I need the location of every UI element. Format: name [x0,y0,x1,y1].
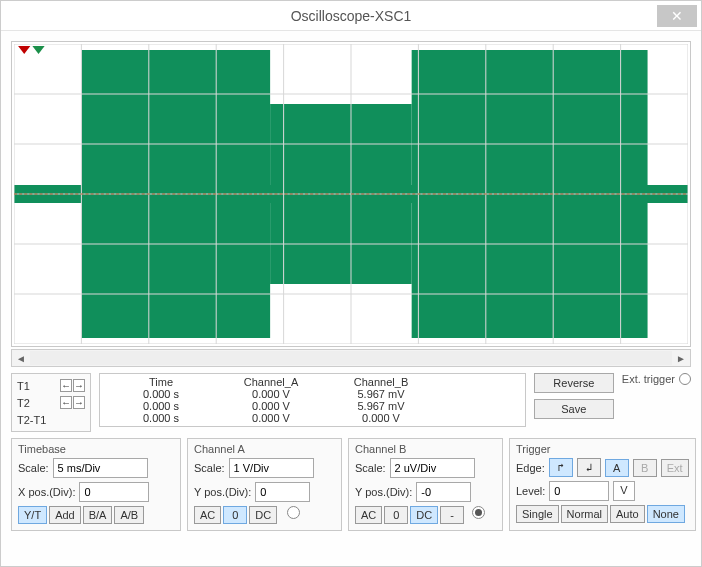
scroll-right-icon[interactable]: ► [672,350,690,366]
readout-row: T1 ←→ T2 ←→ T2-T1 Time [11,373,691,432]
channel-a-title: Channel A [194,443,335,455]
scroll-left-icon[interactable]: ◄ [12,350,30,366]
t1-right-button[interactable]: → [73,379,85,392]
timebase-ba-button[interactable]: B/A [83,506,113,524]
cha-scale-input[interactable] [229,458,314,478]
ext-trigger-radio[interactable] [679,373,691,385]
cha-dc-button[interactable]: DC [249,506,277,524]
chb-ypos-input[interactable] [416,482,471,502]
cha-ypos-label: Y pos.(Div): [194,486,251,498]
chb-color-radio[interactable] [472,506,485,519]
t1-left-button[interactable]: ← [60,379,72,392]
oscilloscope-window: Oscilloscope-XSC1 ✕ ◄ ► T1 ←→ T2 [0,0,702,567]
readout-cell: 0.000 s [106,412,216,424]
cursor-controls: T1 ←→ T2 ←→ T2-T1 [11,373,91,432]
channel-a-panel: Channel A Scale: Y pos.(Div): AC 0 DC [187,438,342,531]
channel-b-title: Channel B [355,443,496,455]
timebase-yt-button[interactable]: Y/T [18,506,47,524]
ext-trigger-label: Ext. trigger [622,373,675,385]
readout-cell: 5.967 mV [326,388,436,400]
chb-ypos-label: Y pos.(Div): [355,486,412,498]
edge-ext-button[interactable]: Ext [661,459,689,477]
edge-b-button[interactable]: B [633,459,657,477]
titlebar: Oscilloscope-XSC1 ✕ [1,1,701,31]
t2-right-button[interactable]: → [73,396,85,409]
waveform-display[interactable] [14,44,688,344]
readout-header-time: Time [106,376,216,388]
readout-header-cha: Channel_A [216,376,326,388]
close-button[interactable]: ✕ [657,5,697,27]
readout-cell: 0.000 V [216,412,326,424]
reverse-button[interactable]: Reverse [534,373,614,393]
trigger-single-button[interactable]: Single [516,505,559,523]
readout-cell: 5.967 mV [326,400,436,412]
cursor-t2-label: T2 [17,397,30,409]
control-panels: Timebase Scale: X pos.(Div): Y/T Add B/A… [11,438,691,531]
close-icon: ✕ [671,8,683,24]
edge-a-button[interactable]: A [605,459,629,477]
trigger-edge-label: Edge: [516,462,545,474]
scope-frame [11,41,691,347]
timebase-panel: Timebase Scale: X pos.(Div): Y/T Add B/A… [11,438,181,531]
trigger-level-unit: V [613,481,634,501]
cha-color-radio[interactable] [287,506,300,519]
chb-dc-button[interactable]: DC [410,506,438,524]
save-button[interactable]: Save [534,399,614,419]
timebase-xpos-label: X pos.(Div): [18,486,75,498]
ext-trigger-group: Ext. trigger [622,373,691,387]
chb-scale-label: Scale: [355,462,386,474]
cursor-t1-label: T1 [17,380,30,392]
readout-cell: 0.000 s [106,388,216,400]
edge-fall-button[interactable]: ↲ [577,458,601,477]
trigger-level-label: Level: [516,485,545,497]
horizontal-scrollbar[interactable]: ◄ ► [11,349,691,367]
trigger-level-input[interactable] [549,481,609,501]
right-buttons: Reverse Save [534,373,614,419]
trigger-auto-button[interactable]: Auto [610,505,645,523]
readout-cell: 0.000 s [106,400,216,412]
readout-cell: 0.000 V [216,400,326,412]
t2-left-button[interactable]: ← [60,396,72,409]
readout-cell: 0.000 V [326,412,436,424]
trigger-none-button[interactable]: None [647,505,685,523]
chb-minus-button[interactable]: - [440,506,464,524]
cha-ac-button[interactable]: AC [194,506,221,524]
chb-scale-input[interactable] [390,458,475,478]
edge-rise-button[interactable]: ↱ [549,458,573,477]
cha-zero-button[interactable]: 0 [223,506,247,524]
timebase-ab-button[interactable]: A/B [114,506,144,524]
readout-header-chb: Channel_B [326,376,436,388]
readout-cell: 0.000 V [216,388,326,400]
chb-ac-button[interactable]: AC [355,506,382,524]
cha-ypos-input[interactable] [255,482,310,502]
timebase-scale-input[interactable] [53,458,148,478]
scroll-track[interactable] [30,351,672,365]
window-title: Oscilloscope-XSC1 [291,8,412,24]
timebase-add-button[interactable]: Add [49,506,81,524]
trigger-title: Trigger [516,443,689,455]
readout-table: Time Channel_A Channel_B 0.000 s 0.000 V… [99,373,526,427]
content-area: ◄ ► T1 ←→ T2 ←→ T2-T1 [1,31,701,566]
timebase-scale-label: Scale: [18,462,49,474]
trigger-normal-button[interactable]: Normal [561,505,608,523]
channel-b-panel: Channel B Scale: Y pos.(Div): AC 0 DC - [348,438,503,531]
trigger-panel: Trigger Edge: ↱ ↲ A B Ext Level: V Singl… [509,438,696,531]
timebase-xpos-input[interactable] [79,482,149,502]
cha-scale-label: Scale: [194,462,225,474]
timebase-title: Timebase [18,443,174,455]
chb-zero-button[interactable]: 0 [384,506,408,524]
cursor-diff-label: T2-T1 [17,414,46,426]
